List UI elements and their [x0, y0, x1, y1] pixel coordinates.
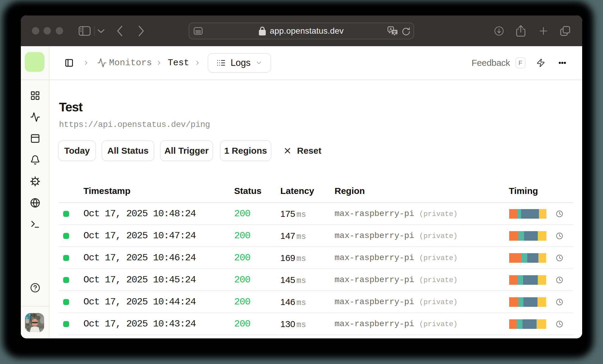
svg-text:文: 文 — [392, 30, 397, 35]
